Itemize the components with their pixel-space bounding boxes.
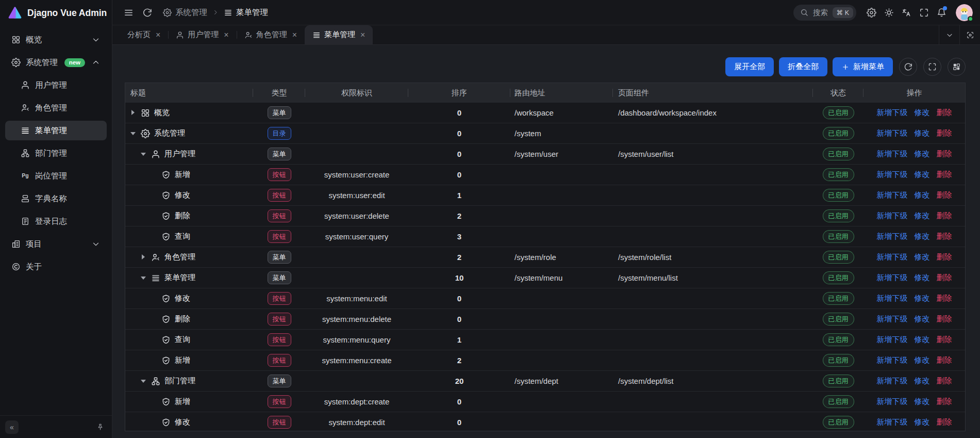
action-add-child[interactable]: 新增下级 xyxy=(877,232,908,241)
action-edit[interactable]: 修改 xyxy=(915,335,930,345)
action-add-child[interactable]: 新增下级 xyxy=(877,314,908,324)
action-edit[interactable]: 修改 xyxy=(915,252,930,262)
tree-collapse-icon[interactable] xyxy=(141,275,146,281)
action-delete[interactable]: 删除 xyxy=(937,170,952,180)
action-add-child[interactable]: 新增下级 xyxy=(877,417,908,427)
action-add-child[interactable]: 新增下级 xyxy=(877,252,908,262)
action-delete[interactable]: 删除 xyxy=(937,294,952,303)
cell-type: 菜单 xyxy=(253,371,305,391)
sidebar-item-dept[interactable]: 部门管理 xyxy=(5,143,107,163)
sidebar-toggle-button[interactable] xyxy=(120,4,137,21)
action-delete[interactable]: 删除 xyxy=(937,314,952,324)
tree-expand-icon[interactable] xyxy=(141,254,146,261)
action-delete[interactable]: 删除 xyxy=(937,108,952,118)
settings-button[interactable] xyxy=(862,4,880,21)
sidebar-item-log[interactable]: 登录日志 xyxy=(5,212,107,231)
action-add-child[interactable]: 新增下级 xyxy=(877,149,908,159)
table-columns-button[interactable] xyxy=(948,58,966,76)
action-edit[interactable]: 修改 xyxy=(915,190,930,200)
breadcrumb-item[interactable]: 菜单管理 xyxy=(224,7,268,18)
fullscreen-button[interactable] xyxy=(915,4,933,21)
add-menu-button[interactable]: 新增菜单 xyxy=(833,57,893,76)
sidebar-item-user[interactable]: 用户管理 xyxy=(5,75,107,95)
search-input[interactable]: 搜索 ⌘ K xyxy=(793,5,856,21)
notifications-button[interactable] xyxy=(933,4,950,21)
sidebar-item-about[interactable]: 关于 xyxy=(5,257,107,277)
sidebar-item-dict[interactable]: 字典名称 xyxy=(5,189,107,208)
sidebar-item-post[interactable]: Pg岗位管理 xyxy=(5,166,107,186)
action-add-child[interactable]: 新增下级 xyxy=(877,190,908,200)
tab-role[interactable]: 角色管理× xyxy=(237,25,305,44)
action-add-child[interactable]: 新增下级 xyxy=(877,355,908,365)
status-badge: 已启用 xyxy=(823,395,854,408)
tab-user[interactable]: 用户管理× xyxy=(168,25,236,44)
type-badge: 菜单 xyxy=(268,251,291,264)
tree-collapse-icon[interactable] xyxy=(141,378,146,384)
tab-close-icon[interactable]: × xyxy=(224,31,228,39)
table-fullscreen-button[interactable] xyxy=(923,58,941,76)
action-add-child[interactable]: 新增下级 xyxy=(877,128,908,138)
action-add-child[interactable]: 新增下级 xyxy=(877,273,908,283)
sidebar-item-role[interactable]: 角色管理 xyxy=(5,98,107,118)
tree-collapse-icon[interactable] xyxy=(141,151,146,157)
expand-all-button[interactable]: 展开全部 xyxy=(725,57,774,76)
action-delete[interactable]: 删除 xyxy=(937,417,952,427)
tabs-dropdown-button[interactable] xyxy=(939,25,959,44)
sidebar-pin-button[interactable] xyxy=(93,420,107,434)
action-delete[interactable]: 删除 xyxy=(937,232,952,241)
sidebar-item-system[interactable]: 系统管理new xyxy=(5,53,107,72)
action-delete[interactable]: 删除 xyxy=(937,211,952,221)
action-add-child[interactable]: 新增下级 xyxy=(877,335,908,345)
sidebar-item-overview[interactable]: 概览 xyxy=(5,30,107,50)
action-delete[interactable]: 删除 xyxy=(937,128,952,138)
theme-toggle-button[interactable] xyxy=(880,4,898,21)
avatar[interactable] xyxy=(956,4,973,21)
logo[interactable]: Djagno Vue Admin xyxy=(0,0,112,26)
action-edit[interactable]: 修改 xyxy=(915,108,930,118)
dashboard-icon xyxy=(141,108,150,118)
sidebar-collapse-button[interactable]: « xyxy=(5,420,19,434)
sidebar-item-project[interactable]: 项目 xyxy=(5,234,107,254)
action-delete[interactable]: 删除 xyxy=(937,335,952,345)
action-delete[interactable]: 删除 xyxy=(937,190,952,200)
action-edit[interactable]: 修改 xyxy=(915,355,930,365)
action-edit[interactable]: 修改 xyxy=(915,294,930,303)
action-add-child[interactable]: 新增下级 xyxy=(877,294,908,303)
tree-collapse-icon[interactable] xyxy=(130,131,136,137)
language-button[interactable] xyxy=(898,4,915,21)
action-edit[interactable]: 修改 xyxy=(915,232,930,241)
action-add-child[interactable]: 新增下级 xyxy=(877,397,908,407)
breadcrumb-item[interactable]: 系统管理 xyxy=(163,7,207,18)
sidebar-item-menu[interactable]: 菜单管理 xyxy=(5,121,107,140)
content-maximize-button[interactable] xyxy=(959,25,980,44)
tab-close-icon[interactable]: × xyxy=(360,31,365,39)
tab-close-icon[interactable]: × xyxy=(292,31,297,39)
action-delete[interactable]: 删除 xyxy=(937,252,952,262)
cell-comp xyxy=(613,309,813,329)
tree-expand-icon[interactable] xyxy=(130,110,136,116)
table-refresh-button[interactable] xyxy=(899,58,917,76)
action-edit[interactable]: 修改 xyxy=(915,376,930,386)
action-edit[interactable]: 修改 xyxy=(915,170,930,180)
action-delete[interactable]: 删除 xyxy=(937,355,952,365)
action-edit[interactable]: 修改 xyxy=(915,128,930,138)
action-edit[interactable]: 修改 xyxy=(915,417,930,427)
collapse-all-button[interactable]: 折叠全部 xyxy=(779,57,827,76)
action-edit[interactable]: 修改 xyxy=(915,149,930,159)
action-add-child[interactable]: 新增下级 xyxy=(877,170,908,180)
action-delete[interactable]: 删除 xyxy=(937,376,952,386)
tab-analytics[interactable]: 分析页× xyxy=(120,25,168,44)
action-add-child[interactable]: 新增下级 xyxy=(877,108,908,118)
page-refresh-button[interactable] xyxy=(138,4,156,21)
action-edit[interactable]: 修改 xyxy=(915,314,930,324)
action-edit[interactable]: 修改 xyxy=(915,211,930,221)
action-add-child[interactable]: 新增下级 xyxy=(877,211,908,221)
action-delete[interactable]: 删除 xyxy=(937,273,952,283)
action-delete[interactable]: 删除 xyxy=(937,397,952,407)
action-delete[interactable]: 删除 xyxy=(937,149,952,159)
tab-close-icon[interactable]: × xyxy=(156,31,160,39)
tab-menu[interactable]: 菜单管理× xyxy=(305,25,373,44)
action-edit[interactable]: 修改 xyxy=(915,397,930,407)
action-edit[interactable]: 修改 xyxy=(915,273,930,283)
action-add-child[interactable]: 新增下级 xyxy=(877,376,908,386)
